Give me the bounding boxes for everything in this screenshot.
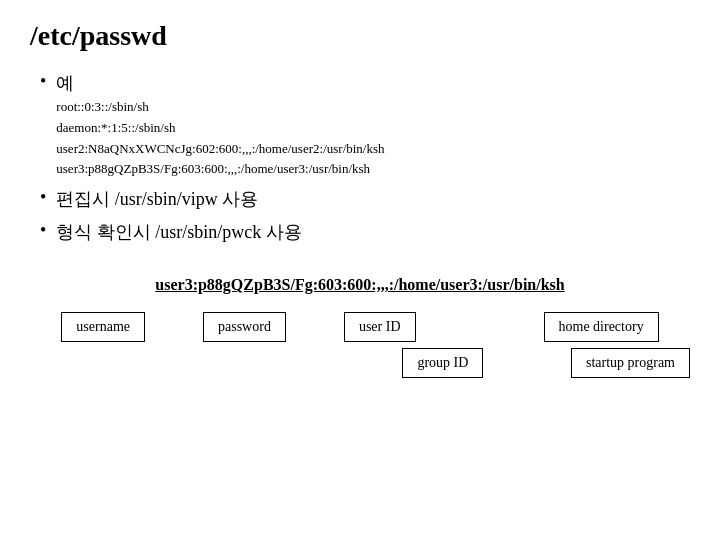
user-id-label: user ID (344, 312, 416, 342)
startup-program-label: startup program (571, 348, 690, 378)
bullet-dot-2: • (40, 186, 46, 209)
example-line-1: root::0:3::/sbin/sh (56, 97, 384, 118)
example-line-2: daemon:*:1:5::/sbin/sh (56, 118, 384, 139)
username-label: username (61, 312, 145, 342)
bullet-dot-1: • (40, 70, 46, 93)
example-line-4: user3:p88gQZpB3S/Fg:603:600:,,,:/home/us… (56, 159, 384, 180)
example-line-3: user2:N8aQNxXWCNcJg:602:600:,,,:/home/us… (56, 139, 384, 160)
password-label: password (203, 312, 286, 342)
labels-row-2: group ID startup program (30, 348, 690, 378)
bullet-dot-3: • (40, 219, 46, 242)
diagram-title: user3:p88gQZpB3S/Fg:603:600:,,,:/home/us… (155, 276, 564, 294)
page-title: /etc/passwd (30, 20, 690, 52)
labels-row-1: username password user ID home directory (30, 312, 690, 342)
group-id-label: group ID (402, 348, 483, 378)
bullet-item-2: 편집시 /usr/sbin/vipw 사용 (56, 186, 258, 213)
diagram-section: user3:p88gQZpB3S/Fg:603:600:,,,:/home/us… (30, 276, 690, 378)
bullet-item-3: 형식 확인시 /usr/sbin/pwck 사용 (56, 219, 302, 246)
home-directory-label: home directory (544, 312, 659, 342)
example-label: 예 (56, 73, 74, 93)
example-block: root::0:3::/sbin/sh daemon:*:1:5::/sbin/… (56, 97, 384, 180)
